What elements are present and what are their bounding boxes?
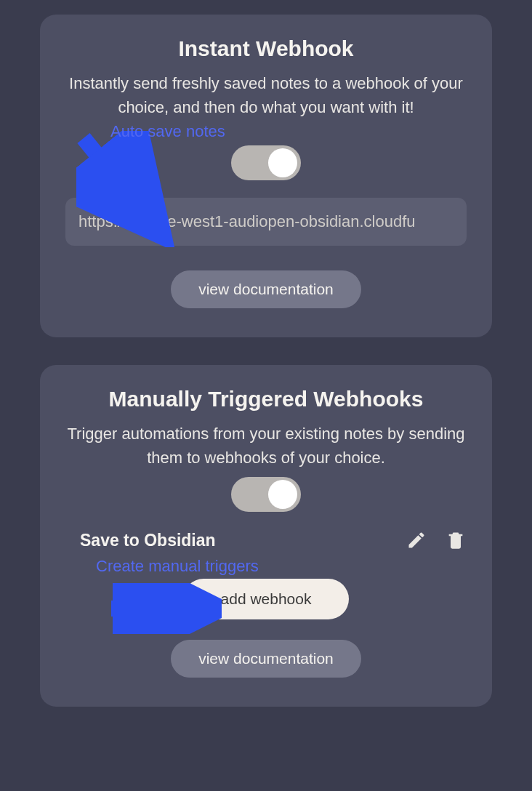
webhook-name: Save to Obsidian bbox=[80, 531, 216, 550]
manual-description: Trigger automations from your existing n… bbox=[65, 422, 467, 470]
instant-view-docs-button[interactable]: view documentation bbox=[171, 270, 361, 308]
webhook-actions bbox=[406, 529, 467, 551]
webhook-list-item: Save to Obsidian bbox=[65, 529, 467, 551]
manual-webhooks-card: Manually Triggered Webhooks Trigger auto… bbox=[40, 365, 492, 707]
auto-save-annotation: Auto save notes bbox=[65, 122, 467, 141]
toggle-knob bbox=[268, 480, 297, 509]
edit-icon[interactable] bbox=[406, 529, 427, 551]
toggle-knob bbox=[268, 148, 297, 177]
svg-line-1 bbox=[84, 138, 145, 214]
create-triggers-annotation: Create manual triggers bbox=[65, 557, 467, 576]
instant-toggle[interactable] bbox=[231, 145, 301, 180]
instant-webhook-card: Instant Webhook Instantly send freshly s… bbox=[40, 15, 492, 337]
manual-title: Manually Triggered Webhooks bbox=[65, 387, 467, 411]
delete-icon[interactable] bbox=[445, 529, 467, 551]
manual-toggle[interactable] bbox=[231, 477, 301, 512]
manual-view-docs-button[interactable]: view documentation bbox=[171, 640, 361, 678]
instant-description: Instantly send freshly saved notes to a … bbox=[65, 71, 467, 119]
instant-title: Instant Webhook bbox=[65, 36, 467, 61]
